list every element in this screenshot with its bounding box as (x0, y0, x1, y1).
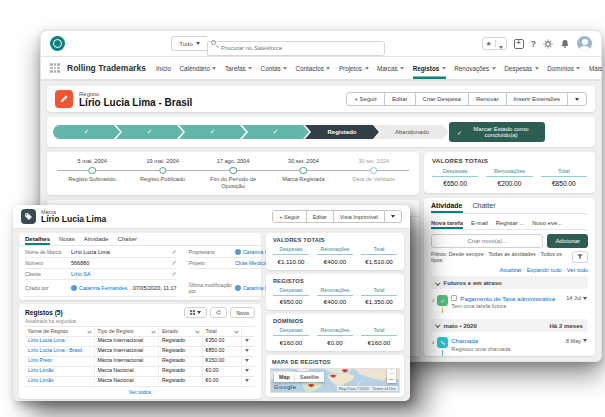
follow-button[interactable]: + Seguir (346, 92, 385, 106)
more-actions-button[interactable] (567, 92, 587, 106)
path-stage-current[interactable]: Registado (305, 125, 379, 139)
nav-tab-inicio[interactable]: Início (156, 57, 171, 79)
call-link[interactable]: Chamada (451, 337, 478, 344)
favorites-control[interactable] (482, 37, 507, 50)
create-expense-button[interactable]: Criar Despesa (415, 92, 469, 106)
map-attribution: Map Data ©2020 · Terms of Use (337, 386, 398, 391)
tab-detalhes[interactable]: Detalhes (25, 236, 50, 245)
edit-button[interactable]: Editar (384, 92, 416, 106)
follow-button[interactable]: + Seguir (272, 210, 306, 223)
nav-tab-projetos[interactable]: Projetos (339, 57, 369, 79)
refresh-button[interactable] (210, 307, 227, 318)
mark-status-complete-button[interactable]: Marcar Estado como concluído(a) (449, 122, 545, 142)
account-link[interactable]: Lírio SA (71, 271, 91, 277)
subtab-registar[interactable]: Registar ... (496, 217, 524, 229)
more-actions-button[interactable] (384, 210, 402, 223)
nav-tab-calendario[interactable]: Calendário (179, 57, 216, 79)
col-tipo-de-registo[interactable]: Tipo de Registo (94, 327, 158, 337)
milestone-dot[interactable] (57, 166, 127, 174)
edit-pencil-icon[interactable] (171, 249, 177, 255)
call-date[interactable]: 8 May (563, 338, 587, 344)
milestone-dot[interactable] (127, 166, 197, 174)
renew-button[interactable]: Renovar (468, 92, 507, 106)
subtab-nova-tarefa[interactable]: Nova tarefa (431, 217, 463, 229)
task-date[interactable]: 14 Jul (563, 295, 587, 301)
path-stage-abandoned[interactable]: Abandonado (375, 125, 449, 139)
col-total[interactable]: Total (202, 327, 241, 337)
task-checkbox[interactable] (451, 295, 457, 301)
row-actions-button[interactable] (241, 376, 255, 386)
created-by-link[interactable]: Catarina Fernandes (79, 285, 128, 291)
nav-tab-mais[interactable]: Mais (589, 57, 605, 79)
registo-link[interactable]: Lírio Lucia Lima - Brasil (28, 347, 82, 353)
task-icon (437, 295, 448, 306)
path-stage-complete-1[interactable] (53, 125, 120, 139)
avatar (235, 285, 241, 291)
expand-item-icon[interactable] (432, 297, 434, 304)
path-stage-complete-2[interactable] (116, 125, 183, 139)
zoom-out-button[interactable] (390, 374, 394, 383)
nav-tab-dominios[interactable]: Domínios (547, 57, 580, 79)
add-task-button[interactable]: Adicionar (547, 234, 588, 248)
milestone-dot[interactable] (268, 166, 338, 174)
view-all-registos-link[interactable]: Ver todos (25, 387, 255, 398)
nav-tab-contas[interactable]: Contas (261, 57, 287, 79)
nav-tab-renovacoes[interactable]: Renovações (454, 57, 496, 79)
path-stage-complete-3[interactable] (179, 125, 246, 139)
edit-button[interactable]: Editar (306, 210, 334, 223)
col-estado[interactable]: Estado (158, 327, 202, 337)
filter-button[interactable] (572, 251, 588, 263)
new-task-input[interactable] (431, 234, 543, 248)
help-icon[interactable] (531, 39, 536, 49)
user-avatar[interactable] (577, 36, 592, 51)
path-stage-complete-4[interactable] (242, 125, 309, 139)
subtab-email[interactable]: E-mail (471, 217, 488, 229)
tab-atividade[interactable]: Atividade (84, 236, 109, 245)
tab-chatter[interactable]: Chatter (117, 236, 137, 245)
insert-extensions-button[interactable]: Inserir Extensões (506, 92, 568, 106)
app-launcher-add-icon[interactable] (514, 39, 524, 49)
nav-tab-despesas[interactable]: Despesas (504, 57, 539, 79)
edit-pencil-icon[interactable] (171, 260, 177, 266)
row-actions-button[interactable] (241, 356, 255, 366)
registo-link[interactable]: Lírio Lucia Lima (28, 337, 65, 343)
task-link[interactable]: Pagamento de Taxa administrativa (460, 295, 555, 302)
expand-item-icon[interactable] (432, 339, 434, 346)
nav-tab-marcas[interactable]: Marcas (377, 57, 404, 79)
section-maio-2020[interactable]: maio • 2020 Há 2 meses (431, 319, 588, 332)
subtab-novo-evento[interactable]: Novo eve... (532, 217, 562, 229)
avatar (235, 249, 241, 255)
row-actions-button[interactable] (241, 336, 255, 346)
col-nome-de-registo[interactable]: Nome de Registo (25, 327, 94, 337)
registo-link[interactable]: Lírio Limão (28, 377, 54, 383)
list-view-controls-button[interactable] (184, 307, 207, 318)
nav-tab-registos[interactable]: Registos (413, 57, 446, 79)
nav-tab-contactos[interactable]: Contactos (296, 57, 331, 79)
edit-pencil-icon[interactable] (171, 271, 177, 277)
gear-icon[interactable] (543, 39, 553, 49)
satellite-mode-button[interactable]: Satellite (295, 372, 324, 382)
tab-atividade[interactable]: Atividade (431, 202, 463, 213)
global-search-input[interactable] (207, 41, 385, 56)
row-actions-button[interactable] (241, 346, 255, 356)
registos-map[interactable]: Map Satellite Google Map Data ©2020 · Te… (270, 368, 400, 394)
map-zoom-control[interactable] (387, 368, 396, 384)
activity-links[interactable]: Atualizar · Expandir tudo · Ver tudo (431, 267, 588, 273)
star-icon[interactable] (483, 40, 496, 47)
nav-tab-tarefas[interactable]: Tarefas (225, 57, 252, 79)
map-mode-button[interactable]: Map (274, 372, 295, 382)
registo-link[interactable]: Lírio Preto (28, 357, 52, 363)
milestone-dot[interactable] (198, 166, 268, 174)
search-scope-select[interactable]: Tudo (171, 36, 207, 51)
section-futuros-em-atraso[interactable]: Futuros e em atraso (431, 276, 588, 289)
tab-chatter[interactable]: Chatter (473, 202, 496, 213)
bell-icon[interactable] (560, 39, 570, 49)
new-registo-button[interactable]: Novo (230, 307, 255, 318)
registo-link[interactable]: Lírio Limão (28, 367, 54, 373)
app-launcher-waffle-icon[interactable] (50, 63, 60, 73)
milestone-dot[interactable] (339, 166, 409, 174)
tab-notas[interactable]: Notas (59, 236, 75, 245)
row-actions-button[interactable] (241, 366, 255, 376)
printable-view-button[interactable]: Vista Imprimível (333, 210, 385, 223)
activity-filters-text: Filtros: Desde sempre · Todas as ativida… (431, 251, 568, 263)
